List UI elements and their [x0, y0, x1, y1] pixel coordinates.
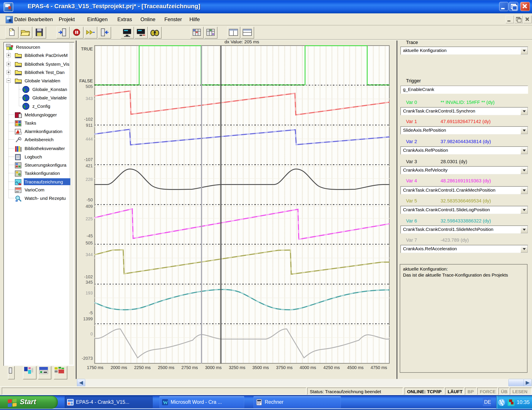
svg-text:W: W	[163, 400, 168, 405]
